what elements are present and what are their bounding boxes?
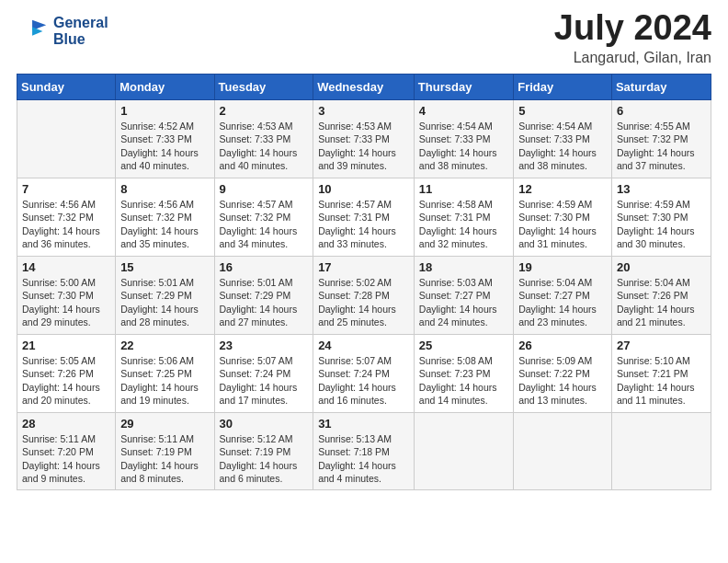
calendar-cell: 22Sunrise: 5:06 AM Sunset: 7:25 PM Dayli… — [116, 334, 214, 412]
calendar-cell: 19Sunrise: 5:04 AM Sunset: 7:27 PM Dayli… — [514, 256, 612, 334]
month-title: July 2024 — [554, 9, 711, 48]
calendar-cell: 14Sunrise: 5:00 AM Sunset: 7:30 PM Dayli… — [17, 256, 116, 334]
day-info: Sunrise: 4:53 AM Sunset: 7:33 PM Dayligh… — [318, 120, 409, 173]
calendar-cell: 30Sunrise: 5:12 AM Sunset: 7:19 PM Dayli… — [214, 412, 313, 490]
calendar-week-row: 21Sunrise: 5:05 AM Sunset: 7:26 PM Dayli… — [17, 334, 711, 412]
calendar-cell: 24Sunrise: 5:07 AM Sunset: 7:24 PM Dayli… — [313, 334, 415, 412]
location-title: Langarud, Gilan, Iran — [554, 50, 711, 66]
day-info: Sunrise: 5:07 AM Sunset: 7:24 PM Dayligh… — [220, 354, 309, 408]
calendar-cell: 5Sunrise: 4:54 AM Sunset: 7:33 PM Daylig… — [514, 99, 612, 178]
logo-line2: Blue — [53, 31, 108, 48]
calendar-cell: 23Sunrise: 5:07 AM Sunset: 7:24 PM Dayli… — [214, 334, 313, 412]
calendar-cell — [414, 412, 513, 490]
day-number: 30 — [220, 417, 309, 431]
day-number: 6 — [617, 104, 706, 118]
calendar-cell: 27Sunrise: 5:10 AM Sunset: 7:21 PM Dayli… — [611, 334, 711, 412]
day-number: 24 — [318, 339, 409, 352]
calendar-cell: 25Sunrise: 5:08 AM Sunset: 7:23 PM Dayli… — [414, 334, 513, 412]
day-number: 18 — [419, 260, 508, 274]
weekday-row: SundayMondayTuesdayWednesdayThursdayFrid… — [17, 74, 711, 99]
calendar-cell: 13Sunrise: 4:59 AM Sunset: 7:30 PM Dayli… — [611, 178, 711, 256]
day-number: 14 — [22, 260, 110, 274]
day-info: Sunrise: 4:56 AM Sunset: 7:32 PM Dayligh… — [120, 198, 209, 251]
calendar-cell: 16Sunrise: 5:01 AM Sunset: 7:29 PM Dayli… — [214, 256, 313, 334]
day-info: Sunrise: 5:00 AM Sunset: 7:30 PM Dayligh… — [22, 276, 110, 329]
day-info: Sunrise: 5:09 AM Sunset: 7:22 PM Dayligh… — [518, 354, 607, 408]
weekday-header: Friday — [514, 74, 612, 99]
day-info: Sunrise: 5:08 AM Sunset: 7:23 PM Dayligh… — [419, 354, 508, 408]
title-block: July 2024 Langarud, Gilan, Iran — [554, 9, 711, 66]
day-number: 9 — [220, 182, 309, 196]
day-info: Sunrise: 4:57 AM Sunset: 7:31 PM Dayligh… — [318, 198, 409, 251]
day-info: Sunrise: 5:07 AM Sunset: 7:24 PM Dayligh… — [318, 354, 409, 408]
logo-icon — [17, 15, 50, 48]
page: General Blue July 2024 Langarud, Gilan, … — [0, 0, 728, 563]
calendar-cell: 20Sunrise: 5:04 AM Sunset: 7:26 PM Dayli… — [611, 256, 711, 334]
day-info: Sunrise: 4:53 AM Sunset: 7:33 PM Dayligh… — [220, 120, 309, 173]
calendar-cell: 7Sunrise: 4:56 AM Sunset: 7:32 PM Daylig… — [17, 178, 116, 256]
day-number: 31 — [318, 417, 409, 431]
calendar-week-row: 28Sunrise: 5:11 AM Sunset: 7:20 PM Dayli… — [17, 412, 711, 490]
calendar-header: SundayMondayTuesdayWednesdayThursdayFrid… — [17, 74, 711, 99]
calendar-table: SundayMondayTuesdayWednesdayThursdayFrid… — [17, 74, 711, 491]
calendar-cell: 17Sunrise: 5:02 AM Sunset: 7:28 PM Dayli… — [313, 256, 415, 334]
day-info: Sunrise: 5:01 AM Sunset: 7:29 PM Dayligh… — [220, 276, 309, 329]
day-number: 2 — [220, 104, 309, 118]
day-number: 10 — [318, 182, 409, 196]
day-info: Sunrise: 5:04 AM Sunset: 7:27 PM Dayligh… — [518, 276, 607, 329]
day-number: 13 — [617, 182, 706, 196]
weekday-header: Tuesday — [214, 74, 313, 99]
calendar-cell: 2Sunrise: 4:53 AM Sunset: 7:33 PM Daylig… — [214, 99, 313, 178]
logo: General Blue — [17, 15, 108, 48]
day-info: Sunrise: 5:06 AM Sunset: 7:25 PM Dayligh… — [120, 354, 209, 408]
calendar-cell — [514, 412, 612, 490]
day-info: Sunrise: 4:58 AM Sunset: 7:31 PM Dayligh… — [419, 198, 508, 251]
calendar-cell: 3Sunrise: 4:53 AM Sunset: 7:33 PM Daylig… — [313, 99, 415, 178]
weekday-header: Thursday — [414, 74, 513, 99]
calendar-cell: 18Sunrise: 5:03 AM Sunset: 7:27 PM Dayli… — [414, 256, 513, 334]
day-number: 26 — [518, 339, 607, 352]
weekday-header: Sunday — [17, 74, 116, 99]
calendar-cell: 11Sunrise: 4:58 AM Sunset: 7:31 PM Dayli… — [414, 178, 513, 256]
calendar-week-row: 14Sunrise: 5:00 AM Sunset: 7:30 PM Dayli… — [17, 256, 711, 334]
calendar-cell: 29Sunrise: 5:11 AM Sunset: 7:19 PM Dayli… — [116, 412, 214, 490]
day-info: Sunrise: 4:54 AM Sunset: 7:33 PM Dayligh… — [419, 120, 508, 173]
day-number: 23 — [220, 339, 309, 352]
day-info: Sunrise: 5:02 AM Sunset: 7:28 PM Dayligh… — [318, 276, 409, 329]
day-info: Sunrise: 4:54 AM Sunset: 7:33 PM Dayligh… — [518, 120, 607, 173]
calendar-week-row: 7Sunrise: 4:56 AM Sunset: 7:32 PM Daylig… — [17, 178, 711, 256]
day-number: 5 — [518, 104, 607, 118]
day-number: 12 — [518, 182, 607, 196]
day-number: 27 — [617, 339, 706, 352]
calendar-cell: 1Sunrise: 4:52 AM Sunset: 7:33 PM Daylig… — [116, 99, 214, 178]
day-number: 22 — [120, 339, 209, 352]
calendar-cell: 4Sunrise: 4:54 AM Sunset: 7:33 PM Daylig… — [414, 99, 513, 178]
day-number: 20 — [617, 260, 706, 274]
day-number: 16 — [220, 260, 309, 274]
day-number: 11 — [419, 182, 508, 196]
weekday-header: Monday — [116, 74, 214, 99]
day-number: 8 — [120, 182, 209, 196]
calendar-cell — [17, 99, 116, 178]
day-info: Sunrise: 5:04 AM Sunset: 7:26 PM Dayligh… — [617, 276, 706, 329]
day-info: Sunrise: 5:10 AM Sunset: 7:21 PM Dayligh… — [617, 354, 706, 408]
calendar-cell: 21Sunrise: 5:05 AM Sunset: 7:26 PM Dayli… — [17, 334, 116, 412]
day-number: 28 — [22, 417, 110, 431]
day-info: Sunrise: 4:59 AM Sunset: 7:30 PM Dayligh… — [518, 198, 607, 251]
calendar-week-row: 1Sunrise: 4:52 AM Sunset: 7:33 PM Daylig… — [17, 99, 711, 178]
day-info: Sunrise: 5:12 AM Sunset: 7:19 PM Dayligh… — [220, 432, 309, 486]
weekday-header: Wednesday — [313, 74, 415, 99]
day-number: 21 — [22, 339, 110, 352]
day-number: 17 — [318, 260, 409, 274]
day-number: 4 — [419, 104, 508, 118]
calendar-cell: 6Sunrise: 4:55 AM Sunset: 7:32 PM Daylig… — [611, 99, 711, 178]
calendar-cell: 28Sunrise: 5:11 AM Sunset: 7:20 PM Dayli… — [17, 412, 116, 490]
day-info: Sunrise: 5:11 AM Sunset: 7:20 PM Dayligh… — [22, 432, 110, 486]
day-info: Sunrise: 5:03 AM Sunset: 7:27 PM Dayligh… — [419, 276, 508, 329]
day-info: Sunrise: 5:01 AM Sunset: 7:29 PM Dayligh… — [120, 276, 209, 329]
weekday-header: Saturday — [611, 74, 711, 99]
calendar-cell: 8Sunrise: 4:56 AM Sunset: 7:32 PM Daylig… — [116, 178, 214, 256]
day-info: Sunrise: 4:57 AM Sunset: 7:32 PM Dayligh… — [220, 198, 309, 251]
day-number: 29 — [120, 417, 209, 431]
header: General Blue July 2024 Langarud, Gilan, … — [17, 9, 711, 66]
